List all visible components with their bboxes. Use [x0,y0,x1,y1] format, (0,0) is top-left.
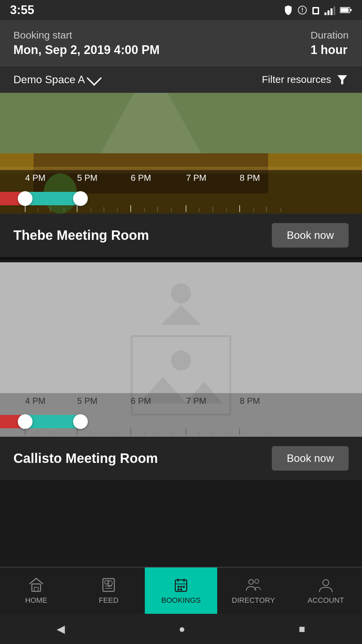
svg-rect-73 [178,589,179,590]
svg-rect-72 [183,586,185,588]
booking-duration-value: 1 hour [311,43,348,57]
timeline-overlay-1: 4 PM 5 PM 6 PM 7 PM 8 PM [0,170,362,214]
timeline-labels-2: 4 PM 5 PM 6 PM 7 PM 8 PM [0,393,362,408]
bookings-icon [173,577,189,593]
sim-icon [312,5,320,15]
tl2-6pm: 6 PM [131,396,151,406]
signal-icon [324,5,335,15]
nav-item-directory[interactable]: DIRECTORY [217,568,290,614]
android-back-button[interactable]: ◀ [57,623,65,635]
tl1-6pm: 6 PM [131,173,151,183]
booking-start-label: Booking start [13,30,72,41]
svg-point-76 [255,579,259,583]
android-home-button[interactable]: ● [179,623,185,635]
svg-rect-61 [34,587,38,591]
svg-rect-71 [180,586,182,588]
filter-icon [336,73,349,86]
nav-item-bookings[interactable]: BOOKINGS [145,568,217,614]
svg-point-77 [323,580,329,586]
alert-icon: ! [298,5,307,15]
person-silhouette [161,283,201,325]
booking-header: Booking start Mon, Sep 2, 2019 4:00 PM D… [0,20,362,66]
android-nav-bar: ◀ ● ■ [0,614,362,644]
svg-rect-74 [180,589,182,590]
shield-icon [284,5,293,15]
bottom-nav: HOME FEED BOOKINGS [0,567,362,614]
timeline-ticks-2 [0,408,362,435]
status-icons: ! [284,5,352,15]
booking-start-col: Booking start Mon, Sep 2, 2019 4:00 PM [13,30,160,57]
battery-icon [340,6,352,14]
nav-item-home[interactable]: HOME [0,568,72,614]
space-selector[interactable]: Demo Space A [13,73,100,86]
tl2-5pm: 5 PM [77,396,98,406]
chevron-down-icon [87,70,102,86]
nav-item-account[interactable]: ACCOUNT [290,568,362,614]
timeline-track-1[interactable] [0,185,362,212]
svg-rect-4 [324,12,326,15]
room-name-1: Thebe Meeting Room [13,228,149,243]
nav-label-bookings: BOOKINGS [161,596,200,605]
tl1-4pm: 4 PM [25,173,46,183]
svg-rect-3 [314,8,318,13]
nav-item-feed[interactable]: FEED [72,568,145,614]
booking-duration-label: Duration [311,30,349,41]
nav-label-feed: FEED [99,596,119,605]
frame-circle-icon [171,351,191,371]
timeline-overlay-2: 4 PM 5 PM 6 PM 7 PM 8 PM [0,393,362,437]
feed-icon [100,577,117,593]
status-bar: 3:55 ! [0,0,362,20]
android-recent-button[interactable]: ■ [299,623,305,635]
directory-icon [245,577,262,593]
home-icon [28,577,45,593]
svg-text:!: ! [301,7,303,13]
room-card-1: 4 PM 5 PM 6 PM 7 PM 8 PM [0,93,362,257]
nav-label-directory: DIRECTORY [232,596,275,605]
svg-rect-7 [334,6,335,15]
room-card-2: 4 PM 5 PM 6 PM 7 PM 8 PM [0,262,362,480]
svg-rect-5 [327,10,329,15]
timeline-labels-1: 4 PM 5 PM 6 PM 7 PM 8 PM [0,170,362,185]
person-head-icon [171,283,191,304]
filter-resources-button[interactable]: Filter resources [262,73,349,86]
booking-start-value: Mon, Sep 2, 2019 4:00 PM [13,43,160,57]
nav-label-home: HOME [25,596,47,605]
card-divider [0,257,362,260]
room-info-2: Callisto Meeting Room Book now [0,437,362,480]
person-shoulders-icon [161,305,201,325]
nav-label-account: ACCOUNT [308,596,344,605]
svg-rect-10 [350,9,352,11]
filter-resources-label: Filter resources [262,74,331,85]
room-info-1: Thebe Meeting Room Book now [0,214,362,257]
tl2-8pm: 8 PM [240,396,260,406]
tl1-8pm: 8 PM [240,173,260,183]
svg-rect-6 [330,8,333,15]
space-name: Demo Space A [13,73,85,86]
room-image-1: 4 PM 5 PM 6 PM 7 PM 8 PM [0,93,362,214]
status-time: 3:55 [10,3,34,17]
room-name-2: Callisto Meeting Room [13,451,158,466]
tl2-7pm: 7 PM [186,396,206,406]
account-icon [317,577,334,593]
tl2-4pm: 4 PM [25,396,46,406]
svg-marker-11 [338,75,347,84]
filter-bar: Demo Space A Filter resources [0,66,362,93]
book-now-button-1[interactable]: Book now [272,223,349,248]
tl1-5pm: 5 PM [77,173,98,183]
svg-rect-70 [178,586,179,588]
svg-rect-9 [341,8,349,12]
svg-point-75 [249,580,253,584]
tl1-7pm: 7 PM [186,173,206,183]
timeline-track-2[interactable] [0,408,362,435]
booking-duration-col: Duration 1 hour [311,30,349,57]
room-image-2: 4 PM 5 PM 6 PM 7 PM 8 PM [0,262,362,437]
timeline-ticks-1 [0,185,362,212]
book-now-button-2[interactable]: Book now [272,446,349,471]
